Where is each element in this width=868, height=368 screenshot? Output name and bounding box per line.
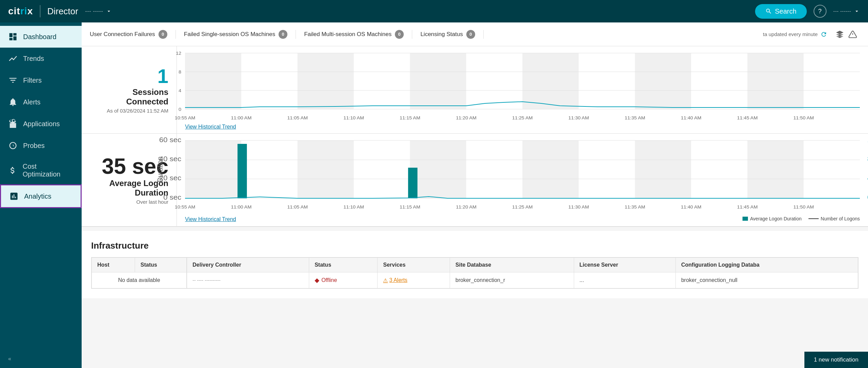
fms-label: Failed Multi-session OS Machines bbox=[304, 31, 391, 38]
notification-bar[interactable]: 1 new notification bbox=[804, 352, 868, 368]
sidebar-item-trends[interactable]: Trends bbox=[0, 48, 82, 69]
offline-badge: ◆ Offline bbox=[315, 277, 372, 284]
citrix-logo: citrix bbox=[8, 6, 33, 17]
sidebar-item-cost-optimization[interactable]: Cost Optimization bbox=[0, 156, 82, 184]
probes-icon bbox=[8, 141, 18, 150]
svg-rect-47 bbox=[237, 144, 247, 198]
svg-rect-30 bbox=[298, 140, 354, 198]
logon-view-trend-link[interactable]: View Historical Trend bbox=[185, 216, 236, 222]
sidebar-label-filters: Filters bbox=[23, 77, 41, 84]
sessions-view-trend-link[interactable]: View Historical Trend bbox=[185, 124, 236, 130]
svg-rect-31 bbox=[410, 140, 466, 198]
svg-text:11:50 AM: 11:50 AM bbox=[793, 205, 814, 210]
alerts-link[interactable]: ⚠ 3 Alerts bbox=[383, 277, 444, 284]
table-row: -- ---- ---------- ◆ Offline ⚠ 3 Alerts bbox=[187, 272, 858, 288]
refresh-icon[interactable] bbox=[820, 31, 827, 38]
sessions-chart-area: 0 4 8 12 10:55 AM 11:00 AM 11:05 AM 11:1… bbox=[177, 46, 868, 133]
dc-table: Delivery Controller Status Services Site… bbox=[187, 257, 858, 288]
search-button[interactable]: Search bbox=[755, 4, 806, 19]
sidebar-item-filters[interactable]: Filters bbox=[0, 69, 82, 91]
nav-right: Search ? --- ------ bbox=[755, 4, 860, 19]
svg-text:10:55 AM: 10:55 AM bbox=[175, 116, 196, 120]
legend-bar-item: Average Logon Duration bbox=[742, 216, 802, 221]
svg-text:11:00 AM: 11:00 AM bbox=[231, 116, 252, 120]
collapse-icon: « bbox=[8, 356, 11, 362]
sidebar-item-applications[interactable]: Applications bbox=[0, 113, 82, 135]
svg-text:11:10 AM: 11:10 AM bbox=[344, 205, 364, 210]
trends-icon bbox=[8, 54, 18, 63]
infrastructure-section: Infrastructure Host Status No data avail… bbox=[82, 231, 868, 298]
filters-icon bbox=[8, 76, 18, 85]
legend-bar-icon bbox=[742, 217, 748, 221]
sidebar-label-trends: Trends bbox=[23, 55, 44, 63]
svg-text:11:50 AM: 11:50 AM bbox=[793, 116, 814, 120]
logon-panel: 35 sec Average Logon Duration Over last … bbox=[82, 134, 868, 227]
status-user-connection-failures[interactable]: User Connection Failures 0 bbox=[90, 30, 176, 39]
warning-triangle-icon: ⚠ bbox=[383, 277, 388, 284]
svg-rect-8 bbox=[747, 53, 803, 109]
svg-text:11:45 AM: 11:45 AM bbox=[737, 116, 758, 120]
chevron-down-icon bbox=[106, 8, 112, 14]
sidebar-item-probes[interactable]: Probes bbox=[0, 135, 82, 156]
legend-line-label: Number of Logons bbox=[821, 216, 860, 221]
host-col-header: Host bbox=[92, 258, 135, 272]
sessions-number: 1 bbox=[157, 66, 168, 86]
dashboard-icon bbox=[8, 32, 18, 41]
search-label: Search bbox=[775, 7, 796, 15]
applications-icon bbox=[8, 119, 18, 129]
svg-rect-48 bbox=[408, 168, 418, 198]
status-failed-single-session[interactable]: Failed Single-session OS Machines 0 bbox=[176, 30, 296, 39]
sidebar-collapse-button[interactable]: « bbox=[0, 350, 82, 368]
svg-text:11:25 AM: 11:25 AM bbox=[512, 116, 533, 120]
svg-rect-33 bbox=[635, 140, 691, 198]
warning-icon bbox=[848, 30, 857, 39]
status-col-header: Status bbox=[135, 258, 187, 272]
site-selector[interactable]: --- ----- bbox=[85, 8, 112, 15]
sidebar-item-dashboard[interactable]: Dashboard bbox=[0, 26, 82, 48]
status-bar: User Connection Failures 0 Failed Single… bbox=[82, 22, 868, 46]
svg-text:11:40 AM: 11:40 AM bbox=[681, 205, 702, 210]
sessions-panel: 1 Sessions Connected As of 03/26/2024 11… bbox=[82, 46, 868, 134]
dc-services[interactable]: ⚠ 3 Alerts bbox=[378, 272, 450, 288]
svg-rect-4 bbox=[298, 53, 354, 109]
svg-text:11:20 AM: 11:20 AM bbox=[456, 205, 477, 210]
svg-text:11:15 AM: 11:15 AM bbox=[400, 205, 420, 210]
svg-text:8: 8 bbox=[179, 70, 181, 74]
alerts-icon bbox=[8, 97, 18, 107]
dc-status: ◆ Offline bbox=[309, 272, 378, 288]
user-selector[interactable]: --- ------ bbox=[833, 8, 860, 14]
status-update-info: ta updated every minute bbox=[757, 31, 833, 38]
chart-legend: Average Logon Duration Number of Logons bbox=[742, 215, 860, 223]
sidebar-label-alerts: Alerts bbox=[23, 98, 40, 106]
logon-chart-area: 0 sec 20 sec 40 sec 60 sec 0 4 8 12 bbox=[177, 134, 868, 226]
fms-count: 0 bbox=[395, 30, 404, 39]
user-chevron-icon bbox=[854, 8, 860, 14]
fss-label: Failed Single-session OS Machines bbox=[184, 31, 275, 38]
svg-text:11:05 AM: 11:05 AM bbox=[287, 116, 308, 120]
svg-text:4: 4 bbox=[179, 88, 181, 93]
legend-line-icon bbox=[808, 218, 819, 219]
sidebar-label-dashboard: Dashboard bbox=[23, 33, 56, 41]
help-button[interactable]: ? bbox=[814, 5, 827, 18]
dc-col-header: Delivery Controller bbox=[187, 258, 309, 272]
top-navigation: citrix Director --- ----- Search ? --- -… bbox=[0, 0, 868, 22]
svg-text:11:45 AM: 11:45 AM bbox=[737, 205, 758, 210]
dc-status-header: Status bbox=[309, 258, 378, 272]
status-failed-multi-session[interactable]: Failed Multi-session OS Machines 0 bbox=[296, 30, 412, 39]
svg-text:11:25 AM: 11:25 AM bbox=[512, 205, 533, 210]
offline-icon: ◆ bbox=[315, 277, 319, 284]
sidebar: Dashboard Trends Filters Alerts Applicat… bbox=[0, 22, 82, 368]
sidebar-label-analytics: Analytics bbox=[24, 193, 51, 200]
status-licensing[interactable]: Licensing Status 0 bbox=[412, 30, 484, 39]
svg-text:10:55 AM: 10:55 AM bbox=[175, 205, 196, 210]
svg-text:11:20 AM: 11:20 AM bbox=[456, 116, 477, 120]
sidebar-item-analytics[interactable]: Analytics bbox=[0, 184, 82, 208]
main-content: User Connection Failures 0 Failed Single… bbox=[82, 22, 868, 368]
svg-text:0 sec: 0 sec bbox=[163, 194, 181, 201]
search-icon bbox=[765, 8, 772, 15]
table-row: No data available bbox=[92, 272, 187, 288]
svg-rect-6 bbox=[522, 53, 579, 109]
sidebar-item-alerts[interactable]: Alerts bbox=[0, 91, 82, 113]
ucf-label: User Connection Failures bbox=[90, 31, 155, 38]
app-name: Director bbox=[47, 6, 78, 17]
